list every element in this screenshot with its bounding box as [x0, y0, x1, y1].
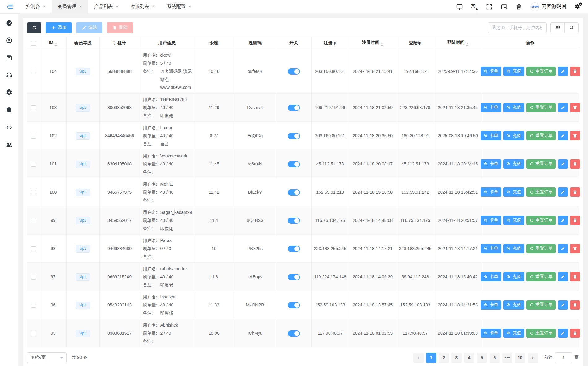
- edit-row-button[interactable]: [558, 159, 568, 169]
- status-toggle[interactable]: [288, 274, 300, 280]
- edit-row-button[interactable]: [558, 131, 568, 140]
- reset-orders-button[interactable]: 重置订单: [526, 159, 556, 169]
- page-button[interactable]: 1: [426, 353, 436, 363]
- recharge-button[interactable]: 充值: [503, 159, 524, 169]
- card-order-button[interactable]: 卡单: [481, 131, 501, 140]
- brand[interactable]: 刀客源码 刀客源码网: [530, 2, 566, 11]
- product-icon[interactable]: [3, 53, 15, 63]
- recharge-button[interactable]: 充值: [503, 187, 524, 197]
- reset-orders-button[interactable]: 重置订单: [526, 329, 556, 338]
- add-button[interactable]: 添加: [46, 22, 72, 33]
- reset-orders-button[interactable]: 重置订单: [526, 103, 556, 112]
- reset-orders-button[interactable]: 重置订单: [526, 67, 556, 76]
- delete-row-button[interactable]: [570, 103, 580, 112]
- search-input[interactable]: [488, 22, 547, 33]
- edit-row-button[interactable]: [558, 272, 568, 281]
- tab-item[interactable]: 会员管理×: [52, 0, 88, 13]
- recharge-button[interactable]: 充值: [503, 244, 524, 253]
- sort-icon[interactable]: [381, 43, 383, 46]
- page-ellipsis[interactable]: •••: [502, 353, 512, 363]
- delete-row-button[interactable]: [570, 244, 580, 253]
- status-toggle[interactable]: [288, 68, 300, 75]
- recharge-button[interactable]: 充值: [503, 300, 524, 310]
- card-order-button[interactable]: 卡单: [481, 329, 501, 338]
- tab-close-icon[interactable]: ×: [152, 5, 155, 9]
- page-button[interactable]: 5: [477, 353, 487, 363]
- recharge-button[interactable]: 充值: [503, 131, 524, 140]
- row-checkbox[interactable]: [31, 69, 36, 74]
- status-toggle[interactable]: [288, 133, 300, 139]
- sidebar-collapse-icon[interactable]: [0, 0, 20, 13]
- recharge-button[interactable]: 充值: [503, 103, 524, 112]
- delete-row-button[interactable]: [570, 272, 580, 281]
- recharge-button[interactable]: 充值: [503, 329, 524, 338]
- edit-row-button[interactable]: [558, 300, 568, 310]
- tab-item[interactable]: 控制台×: [20, 0, 52, 13]
- settings-icon[interactable]: [3, 87, 15, 97]
- prev-page-button[interactable]: ‹: [413, 353, 424, 363]
- reset-orders-button[interactable]: 重置订单: [526, 131, 556, 140]
- reset-orders-button[interactable]: 重置订单: [526, 187, 556, 197]
- delete-row-button[interactable]: [570, 159, 580, 169]
- row-checkbox[interactable]: [31, 275, 36, 280]
- status-toggle[interactable]: [288, 302, 300, 308]
- card-order-button[interactable]: 卡单: [481, 159, 501, 169]
- status-toggle[interactable]: [288, 246, 300, 252]
- security-icon[interactable]: [3, 105, 15, 115]
- member-icon[interactable]: [3, 35, 15, 45]
- page-size-select[interactable]: 10条/页: [27, 352, 67, 363]
- card-order-button[interactable]: 卡单: [481, 187, 501, 197]
- reset-orders-button[interactable]: 重置订单: [526, 216, 556, 225]
- tab-item[interactable]: 产品列表×: [88, 0, 124, 13]
- edit-row-button[interactable]: [558, 67, 568, 76]
- dashboard-icon[interactable]: [3, 18, 15, 28]
- delete-row-button[interactable]: [570, 329, 580, 338]
- page-button[interactable]: 4: [464, 353, 474, 363]
- reset-orders-button[interactable]: 重置订单: [526, 300, 556, 310]
- status-toggle[interactable]: [288, 218, 300, 224]
- status-toggle[interactable]: [288, 105, 300, 111]
- fullscreen-icon[interactable]: [486, 3, 493, 10]
- row-checkbox[interactable]: [31, 246, 36, 251]
- refresh-button[interactable]: [27, 22, 41, 33]
- card-order-button[interactable]: 卡单: [481, 300, 501, 310]
- edit-row-button[interactable]: [558, 244, 568, 253]
- row-checkbox[interactable]: [31, 190, 36, 195]
- page-button[interactable]: 2: [439, 353, 449, 363]
- next-page-button[interactable]: ›: [528, 353, 538, 363]
- card-order-button[interactable]: 卡单: [481, 272, 501, 281]
- delete-button-disabled[interactable]: 删除: [107, 22, 133, 33]
- terminal-icon[interactable]: [501, 3, 507, 10]
- settings-gears-icon[interactable]: [574, 3, 582, 11]
- row-checkbox[interactable]: [31, 218, 36, 223]
- recharge-button[interactable]: 充值: [503, 272, 524, 281]
- card-order-button[interactable]: 卡单: [481, 244, 501, 253]
- card-order-button[interactable]: 卡单: [481, 216, 501, 225]
- card-order-button[interactable]: 卡单: [481, 67, 501, 76]
- status-toggle[interactable]: [288, 330, 300, 337]
- edit-row-button[interactable]: [558, 216, 568, 225]
- translate-icon[interactable]: 文A: [471, 3, 478, 10]
- columns-grid-button[interactable]: [551, 23, 564, 33]
- row-checkbox[interactable]: [31, 331, 36, 336]
- page-button[interactable]: 3: [451, 353, 462, 363]
- delete-row-button[interactable]: [570, 187, 580, 197]
- delete-row-button[interactable]: [570, 131, 580, 140]
- recharge-button[interactable]: 充值: [503, 67, 524, 76]
- row-checkbox[interactable]: [31, 134, 36, 139]
- tab-item[interactable]: 系统配置×: [161, 0, 197, 13]
- code-icon[interactable]: [3, 122, 15, 132]
- reset-orders-button[interactable]: 重置订单: [526, 272, 556, 281]
- trash-icon[interactable]: [516, 3, 522, 10]
- recharge-button[interactable]: 充值: [503, 216, 524, 225]
- tab-close-icon[interactable]: ×: [116, 5, 118, 9]
- reset-orders-button[interactable]: 重置订单: [526, 244, 556, 253]
- row-checkbox[interactable]: [31, 162, 36, 167]
- delete-row-button[interactable]: [570, 216, 580, 225]
- tab-close-icon[interactable]: ×: [43, 5, 46, 9]
- edit-button-disabled[interactable]: 编辑: [76, 22, 102, 33]
- edit-row-button[interactable]: [558, 103, 568, 112]
- card-order-button[interactable]: 卡单: [481, 103, 501, 112]
- users-icon[interactable]: [3, 139, 15, 149]
- tab-close-icon[interactable]: ×: [80, 5, 82, 9]
